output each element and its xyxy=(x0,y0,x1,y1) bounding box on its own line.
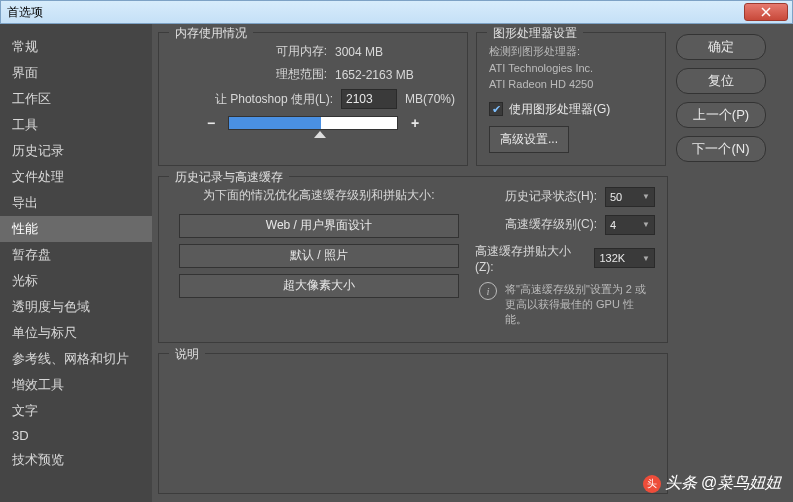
sidebar-item-scratch-disks[interactable]: 暂存盘 xyxy=(0,242,152,268)
history-cache-group: 历史记录与高速缓存 为下面的情况优化高速缓存级别和拼贴大小: Web / 用户界… xyxy=(158,176,668,343)
sidebar-item-transparency[interactable]: 透明度与色域 xyxy=(0,294,152,320)
sidebar-item-tech-preview[interactable]: 技术预览 xyxy=(0,447,152,473)
reset-button[interactable]: 复位 xyxy=(676,68,766,94)
chevron-down-icon: ▼ xyxy=(642,254,650,263)
sidebar-item-guides[interactable]: 参考线、网格和切片 xyxy=(0,346,152,372)
memory-decrease-button[interactable]: − xyxy=(204,115,218,131)
use-gpu-checkbox[interactable]: ✔ xyxy=(489,102,503,116)
sidebar-item-file-handling[interactable]: 文件处理 xyxy=(0,164,152,190)
sidebar-item-performance[interactable]: 性能 xyxy=(0,216,152,242)
next-button[interactable]: 下一个(N) xyxy=(676,136,766,162)
chevron-down-icon: ▼ xyxy=(642,220,650,229)
sidebar-item-interface[interactable]: 界面 xyxy=(0,60,152,86)
sidebar-item-export[interactable]: 导出 xyxy=(0,190,152,216)
gpu-advanced-button[interactable]: 高级设置... xyxy=(489,126,569,153)
preset-huge-pixel-button[interactable]: 超大像素大小 xyxy=(179,274,459,298)
memory-increase-button[interactable]: + xyxy=(408,115,422,131)
ps-use-suffix: MB(70%) xyxy=(405,92,455,106)
description-title: 说明 xyxy=(169,346,205,363)
watermark-author: @菜鸟妞妞 xyxy=(701,473,781,494)
tile-size-label: 高速缓存拼贴大小(Z): xyxy=(475,243,586,274)
prev-button[interactable]: 上一个(P) xyxy=(676,102,766,128)
gpu-detected-label: 检测到图形处理器: xyxy=(489,43,653,60)
ps-use-label: 让 Photoshop 使用(L): xyxy=(171,91,333,108)
close-button[interactable] xyxy=(744,3,788,21)
optimize-note: 为下面的情况优化高速缓存级别和拼贴大小: xyxy=(171,187,467,204)
ideal-range-value: 1652-2163 MB xyxy=(335,68,455,82)
preset-web-button[interactable]: Web / 用户界面设计 xyxy=(179,214,459,238)
cache-info-text: 将"高速缓存级别"设置为 2 或更高以获得最佳的 GPU 性能。 xyxy=(505,282,655,328)
ok-button[interactable]: 确定 xyxy=(676,34,766,60)
sidebar: 常规 界面 工作区 工具 历史记录 文件处理 导出 性能 暂存盘 光标 透明度与… xyxy=(0,24,152,502)
slider-thumb-icon[interactable] xyxy=(314,131,326,138)
info-icon: i xyxy=(479,282,497,300)
use-gpu-label: 使用图形处理器(G) xyxy=(509,101,610,118)
preset-default-button[interactable]: 默认 / 照片 xyxy=(179,244,459,268)
watermark-logo-icon: 头 xyxy=(643,475,661,493)
sidebar-item-3d[interactable]: 3D xyxy=(0,424,152,447)
sidebar-item-type[interactable]: 文字 xyxy=(0,398,152,424)
history-cache-title: 历史记录与高速缓存 xyxy=(169,169,289,186)
memory-group: 内存使用情况 可用内存: 3004 MB 理想范围: 1652-2163 MB … xyxy=(158,32,468,166)
gpu-group: 图形处理器设置 检测到图形处理器: ATI Technologies Inc. … xyxy=(476,32,666,166)
sidebar-item-workspace[interactable]: 工作区 xyxy=(0,86,152,112)
memory-slider[interactable] xyxy=(228,116,398,130)
sidebar-item-general[interactable]: 常规 xyxy=(0,34,152,60)
sidebar-item-plugins[interactable]: 增效工具 xyxy=(0,372,152,398)
available-memory-label: 可用内存: xyxy=(171,43,327,60)
tile-size-select[interactable]: 132K▼ xyxy=(594,248,655,268)
sidebar-item-tools[interactable]: 工具 xyxy=(0,112,152,138)
memory-group-title: 内存使用情况 xyxy=(169,25,253,42)
ps-use-input[interactable] xyxy=(341,89,397,109)
gpu-vendor: ATI Technologies Inc. xyxy=(489,60,653,77)
history-states-label: 历史记录状态(H): xyxy=(505,188,597,205)
description-group: 说明 xyxy=(158,353,668,494)
close-icon xyxy=(761,7,771,17)
watermark-prefix: 头条 xyxy=(665,473,697,494)
watermark: 头 头条 @菜鸟妞妞 xyxy=(643,473,781,494)
gpu-group-title: 图形处理器设置 xyxy=(487,25,583,42)
sidebar-item-units[interactable]: 单位与标尺 xyxy=(0,320,152,346)
window-title: 首选项 xyxy=(1,4,43,21)
sidebar-item-cursors[interactable]: 光标 xyxy=(0,268,152,294)
sidebar-item-history[interactable]: 历史记录 xyxy=(0,138,152,164)
chevron-down-icon: ▼ xyxy=(642,192,650,201)
cache-level-label: 高速缓存级别(C): xyxy=(505,216,597,233)
available-memory-value: 3004 MB xyxy=(335,45,455,59)
cache-level-select[interactable]: 4▼ xyxy=(605,215,655,235)
history-states-select[interactable]: 50▼ xyxy=(605,187,655,207)
gpu-model: ATI Radeon HD 4250 xyxy=(489,76,653,93)
titlebar: 首选项 xyxy=(0,0,793,24)
ideal-range-label: 理想范围: xyxy=(171,66,327,83)
